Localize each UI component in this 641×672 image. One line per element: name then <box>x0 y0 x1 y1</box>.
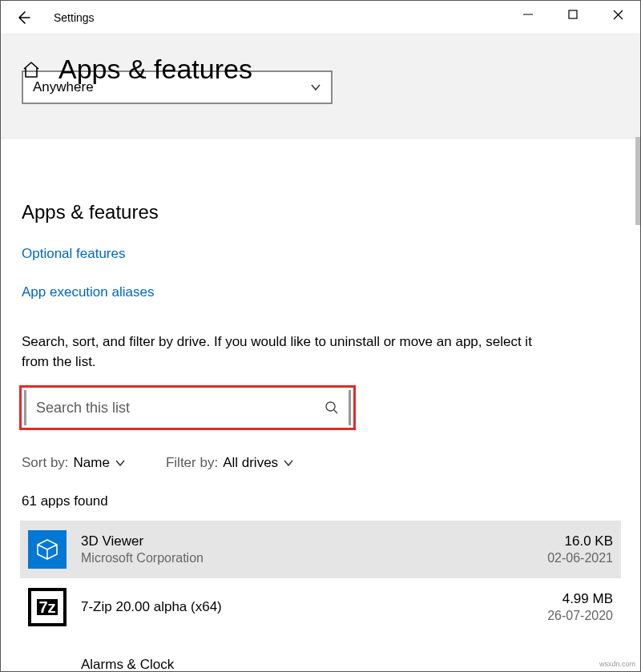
filter-by-dropdown[interactable]: Filter by: All drives <box>166 455 294 471</box>
optional-features-link[interactable]: Optional features <box>22 246 619 262</box>
app-icon-alarms <box>28 646 67 672</box>
app-icon-7zip: 7z <box>28 588 67 626</box>
minimize-icon <box>523 10 533 19</box>
app-date: 26-07-2020 <box>547 609 613 623</box>
titlebar: Settings <box>1 1 640 34</box>
app-row[interactable]: Alarms & Clock <box>20 636 621 672</box>
sort-value: Name <box>74 455 110 471</box>
result-count: 61 apps found <box>22 493 619 509</box>
app-icon-3d-viewer <box>28 530 67 569</box>
app-title: Settings <box>54 11 95 24</box>
search-icon <box>325 400 339 415</box>
sort-by-dropdown[interactable]: Sort by: Name <box>22 455 126 471</box>
filter-value: All drives <box>223 455 278 471</box>
filter-bar: Sort by: Name Filter by: All drives <box>22 455 619 471</box>
maximize-button[interactable] <box>550 1 595 28</box>
window-controls <box>506 1 640 28</box>
app-row[interactable]: 3D Viewer Microsoft Corporation 16.0 KB … <box>20 521 621 578</box>
svg-line-5 <box>334 410 337 413</box>
chevron-down-icon <box>283 457 294 469</box>
minimize-button[interactable] <box>506 1 550 28</box>
back-button[interactable] <box>9 3 38 32</box>
app-name: 3D Viewer <box>81 533 533 549</box>
app-date: 02-06-2021 <box>547 551 613 565</box>
close-icon <box>613 10 623 20</box>
install-from-value: Anywhere <box>33 79 94 95</box>
watermark: wsxdn.com <box>599 660 635 668</box>
app-name: Alarms & Clock <box>81 657 599 672</box>
search-input[interactable] <box>36 400 325 416</box>
app-publisher: Microsoft Corporation <box>81 551 533 565</box>
svg-rect-1 <box>569 10 577 18</box>
cube-icon <box>35 537 59 561</box>
app-row[interactable]: 7z 7-Zip 20.00 alpha (x64) 4.99 MB 26-07… <box>20 578 621 636</box>
section-heading: Apps & features <box>22 201 619 223</box>
close-button[interactable] <box>595 1 640 28</box>
home-icon[interactable] <box>22 60 41 79</box>
content-area: Apps & features Optional features App ex… <box>1 139 640 672</box>
scrollbar-thumb[interactable] <box>635 137 640 225</box>
app-execution-aliases-link[interactable]: App execution aliases <box>22 284 619 300</box>
chevron-down-icon <box>115 457 126 469</box>
app-size: 4.99 MB <box>547 591 613 607</box>
header-band: Apps & features Anywhere <box>1 34 640 139</box>
app-list: 3D Viewer Microsoft Corporation 16.0 KB … <box>20 521 621 672</box>
sort-label: Sort by: <box>22 455 69 471</box>
maximize-icon <box>568 10 578 19</box>
filter-label: Filter by: <box>166 455 218 471</box>
description-text: Search, sort, and filter by drive. If yo… <box>22 332 534 372</box>
chevron-down-icon <box>310 82 321 93</box>
seven-zip-icon: 7z <box>37 599 57 615</box>
app-name: 7-Zip 20.00 alpha (x64) <box>81 599 533 615</box>
app-size: 16.0 KB <box>547 533 613 549</box>
svg-point-4 <box>326 402 335 411</box>
arrow-left-icon <box>15 10 31 26</box>
search-box[interactable] <box>24 390 351 425</box>
search-highlight <box>22 388 353 428</box>
